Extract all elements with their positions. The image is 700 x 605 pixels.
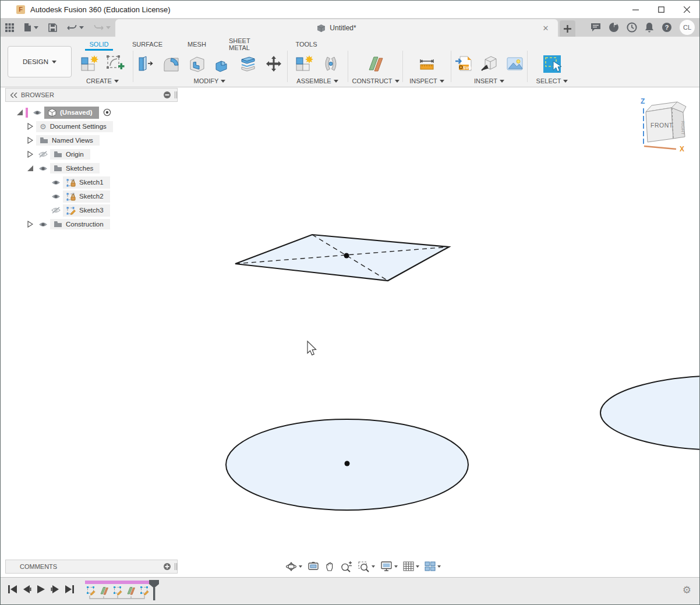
undo-icon[interactable] bbox=[67, 23, 84, 31]
timeline-feature-plane1[interactable] bbox=[100, 586, 109, 596]
group-label-insert[interactable]: INSERT bbox=[474, 77, 504, 84]
collapse-panel-icon[interactable] bbox=[10, 93, 17, 98]
sketch-ellipse-partial[interactable] bbox=[600, 376, 700, 450]
timeline-go-to-end-button[interactable] bbox=[65, 585, 75, 594]
look-at-button[interactable] bbox=[307, 561, 319, 572]
group-label-construct[interactable]: CONSTRUCT bbox=[352, 77, 399, 84]
help-icon[interactable]: ? bbox=[662, 22, 672, 33]
tab-tools[interactable]: TOOLS bbox=[294, 40, 319, 49]
construction-plane-button[interactable] bbox=[365, 52, 387, 76]
viewcube-front-label[interactable]: FRONT bbox=[650, 122, 673, 129]
joint-button[interactable] bbox=[319, 52, 341, 76]
expand-arrow-icon[interactable] bbox=[24, 221, 36, 228]
fillet-button[interactable] bbox=[160, 52, 182, 76]
browser-row-sketches[interactable]: Sketches bbox=[24, 161, 178, 175]
visibility-eye-off-icon[interactable] bbox=[49, 207, 63, 214]
expand-arrow-icon[interactable] bbox=[24, 123, 36, 130]
orbit-dropdown-icon[interactable] bbox=[299, 565, 302, 568]
group-label-modify[interactable]: MODIFY bbox=[194, 77, 226, 84]
browser-row-construction[interactable]: Construction bbox=[24, 217, 178, 231]
file-menu-icon[interactable] bbox=[24, 23, 38, 32]
combine-button[interactable] bbox=[211, 52, 234, 76]
collapse-arrow-icon[interactable] bbox=[24, 165, 36, 172]
remove-panel-icon[interactable] bbox=[163, 91, 171, 99]
sketch-plane[interactable] bbox=[235, 235, 449, 281]
browser-row-named-views[interactable]: Named Views bbox=[24, 133, 178, 147]
expand-arrow-icon[interactable] bbox=[24, 151, 36, 158]
browser-row-sketch3[interactable]: Sketch3 bbox=[49, 203, 178, 217]
group-label-assemble[interactable]: ASSEMBLE bbox=[296, 77, 338, 84]
orbit-button[interactable] bbox=[285, 561, 302, 572]
timeline-feature-sketch1[interactable] bbox=[86, 586, 96, 596]
expand-arrow-icon[interactable] bbox=[24, 137, 36, 144]
job-status-icon[interactable] bbox=[627, 22, 637, 33]
move-button[interactable] bbox=[263, 52, 285, 76]
visibility-eye-icon[interactable] bbox=[49, 179, 63, 186]
pan-button[interactable] bbox=[324, 561, 335, 572]
timeline-step-back-button[interactable] bbox=[23, 585, 31, 594]
document-tab-close-icon[interactable]: ✕ bbox=[540, 23, 551, 33]
extensions-icon[interactable] bbox=[609, 22, 619, 33]
expand-arrow-icon[interactable] bbox=[14, 109, 26, 116]
browser-row-root-component[interactable]: (Unsaved) bbox=[14, 105, 178, 119]
offset-face-button[interactable] bbox=[237, 52, 259, 76]
window-zoom-button[interactable] bbox=[358, 561, 375, 572]
show-data-panel-icon[interactable] bbox=[5, 23, 14, 32]
tab-mesh[interactable]: MESH bbox=[186, 40, 208, 49]
grid-button[interactable] bbox=[403, 561, 419, 571]
sketch-plane-center-point[interactable] bbox=[344, 253, 349, 259]
panel-grip[interactable] bbox=[175, 91, 177, 98]
sketch-ellipse-center-point[interactable] bbox=[345, 461, 350, 466]
viewports-button[interactable] bbox=[425, 561, 441, 571]
create-sketch-button[interactable] bbox=[104, 52, 126, 76]
viewcube-right-label[interactable]: RIGHT bbox=[680, 121, 685, 135]
comments-icon[interactable] bbox=[591, 23, 601, 32]
browser-row-origin[interactable]: Origin bbox=[24, 147, 178, 161]
tab-solid[interactable]: SOLID bbox=[85, 40, 113, 49]
timeline-step-forward-button[interactable] bbox=[51, 585, 59, 594]
maximize-button[interactable] bbox=[648, 1, 674, 17]
new-document-tab-button[interactable] bbox=[560, 20, 575, 37]
canvas-button[interactable] bbox=[504, 52, 526, 76]
workspace-selector[interactable]: DESIGN bbox=[8, 46, 72, 77]
group-label-select[interactable]: SELECT bbox=[536, 77, 568, 84]
browser-row-sketch2[interactable]: Sketch2 bbox=[49, 189, 178, 203]
minimize-button[interactable] bbox=[623, 1, 648, 17]
display-settings-button[interactable] bbox=[380, 561, 398, 572]
visibility-eye-off-icon[interactable] bbox=[36, 151, 50, 158]
save-icon[interactable] bbox=[48, 23, 57, 32]
display-settings-dropdown-icon[interactable] bbox=[394, 565, 398, 568]
timeline-settings-gear-icon[interactable]: ⚙ bbox=[683, 585, 691, 595]
tab-surface[interactable]: SURFACE bbox=[130, 40, 165, 49]
assemble-new-component-button[interactable] bbox=[294, 52, 316, 76]
redo-icon[interactable] bbox=[94, 23, 111, 31]
activate-component-radio[interactable] bbox=[103, 108, 111, 116]
zoom-button[interactable] bbox=[340, 561, 352, 572]
notifications-icon[interactable] bbox=[645, 22, 654, 33]
user-avatar[interactable]: CL bbox=[680, 20, 695, 35]
visibility-eye-icon[interactable] bbox=[49, 193, 63, 200]
browser-row-document-settings[interactable]: ⚙ Document Settings bbox=[24, 119, 178, 133]
window-zoom-dropdown-icon[interactable] bbox=[372, 565, 375, 568]
timeline-go-to-start-button[interactable] bbox=[8, 585, 17, 594]
timeline-play-button[interactable] bbox=[37, 585, 45, 594]
close-button[interactable] bbox=[674, 1, 699, 17]
group-label-inspect[interactable]: INSPECT bbox=[409, 77, 444, 84]
press-pull-button[interactable] bbox=[135, 52, 157, 76]
document-tab[interactable]: Untitled* ✕ bbox=[115, 19, 558, 37]
shell-button[interactable] bbox=[186, 52, 208, 76]
root-component-label[interactable]: (Unsaved) bbox=[44, 107, 99, 119]
view-cube[interactable]: Z X FRONT RIGHT bbox=[630, 91, 698, 156]
visibility-eye-icon[interactable] bbox=[36, 221, 50, 228]
add-comment-icon[interactable] bbox=[163, 562, 171, 571]
timeline-position-marker[interactable] bbox=[149, 579, 160, 602]
browser-row-sketch1[interactable]: Sketch1 bbox=[49, 175, 178, 189]
visibility-eye-icon[interactable] bbox=[36, 165, 50, 172]
new-component-button[interactable] bbox=[79, 52, 101, 76]
timeline-feature-sketch2[interactable] bbox=[113, 586, 123, 596]
group-label-create[interactable]: CREATE bbox=[86, 77, 119, 84]
viewports-dropdown-icon[interactable] bbox=[437, 565, 441, 568]
tab-sheet-metal[interactable]: SHEET METAL bbox=[229, 40, 272, 49]
visibility-eye-icon[interactable] bbox=[30, 109, 44, 116]
grid-dropdown-icon[interactable] bbox=[416, 565, 419, 568]
